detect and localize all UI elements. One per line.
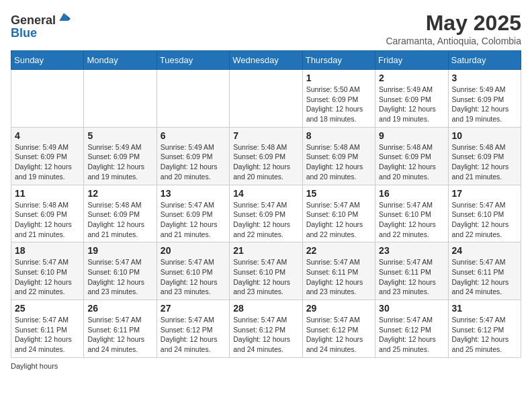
day-info: Sunrise: 5:47 AM Sunset: 6:10 PM Dayligh…	[161, 257, 226, 297]
day-info: Sunrise: 5:47 AM Sunset: 6:11 PM Dayligh…	[306, 257, 371, 297]
calendar-cell: 2Sunrise: 5:49 AM Sunset: 6:09 PM Daylig…	[375, 70, 448, 128]
calendar-cell: 4Sunrise: 5:49 AM Sunset: 6:09 PM Daylig…	[11, 127, 84, 185]
calendar-cell	[11, 70, 84, 128]
calendar-cell: 29Sunrise: 5:47 AM Sunset: 6:12 PM Dayli…	[302, 300, 375, 358]
day-number: 31	[452, 303, 517, 314]
day-number: 1	[306, 73, 371, 83]
day-number: 7	[233, 130, 298, 141]
day-number: 27	[161, 303, 226, 314]
day-info: Sunrise: 5:49 AM Sunset: 6:09 PM Dayligh…	[15, 142, 80, 182]
day-number: 16	[379, 188, 444, 199]
calendar-table: SundayMondayTuesdayWednesdayThursdayFrid…	[11, 50, 521, 358]
calendar-cell: 6Sunrise: 5:49 AM Sunset: 6:09 PM Daylig…	[157, 127, 229, 185]
day-number: 21	[233, 245, 298, 256]
day-number: 19	[87, 245, 152, 256]
day-number: 18	[15, 245, 80, 256]
day-number: 28	[233, 303, 298, 314]
weekday-header: Wednesday	[230, 51, 302, 70]
calendar-cell: 9Sunrise: 5:48 AM Sunset: 6:09 PM Daylig…	[375, 127, 448, 185]
calendar-cell: 24Sunrise: 5:47 AM Sunset: 6:11 PM Dayli…	[448, 242, 521, 300]
calendar-cell: 26Sunrise: 5:47 AM Sunset: 6:11 PM Dayli…	[84, 300, 157, 358]
calendar-cell: 25Sunrise: 5:47 AM Sunset: 6:11 PM Dayli…	[11, 300, 84, 358]
day-info: Sunrise: 5:47 AM Sunset: 6:10 PM Dayligh…	[233, 257, 298, 297]
calendar-cell: 12Sunrise: 5:48 AM Sunset: 6:09 PM Dayli…	[84, 185, 157, 242]
logo-blue: Blue	[11, 26, 37, 40]
calendar-week-row: 25Sunrise: 5:47 AM Sunset: 6:11 PM Dayli…	[11, 300, 521, 358]
day-number: 6	[161, 130, 226, 141]
calendar-cell: 15Sunrise: 5:47 AM Sunset: 6:10 PM Dayli…	[302, 185, 375, 242]
month-title: May 2025	[386, 11, 521, 36]
calendar-cell: 13Sunrise: 5:47 AM Sunset: 6:09 PM Dayli…	[157, 185, 229, 242]
day-number: 17	[452, 188, 517, 199]
calendar-week-row: 4Sunrise: 5:49 AM Sunset: 6:09 PM Daylig…	[11, 127, 521, 185]
day-info: Sunrise: 5:47 AM Sunset: 6:09 PM Dayligh…	[233, 200, 298, 240]
calendar-cell: 5Sunrise: 5:49 AM Sunset: 6:09 PM Daylig…	[84, 127, 157, 185]
day-info: Sunrise: 5:48 AM Sunset: 6:09 PM Dayligh…	[87, 200, 152, 240]
weekday-header: Monday	[84, 51, 157, 70]
day-info: Sunrise: 5:47 AM Sunset: 6:11 PM Dayligh…	[87, 315, 152, 355]
calendar-cell: 27Sunrise: 5:47 AM Sunset: 6:12 PM Dayli…	[157, 300, 229, 358]
calendar-cell: 18Sunrise: 5:47 AM Sunset: 6:10 PM Dayli…	[11, 242, 84, 300]
page-header: General Blue May 2025 Caramanta, Antioqu…	[11, 11, 521, 46]
logo-icon	[57, 11, 71, 24]
day-number: 12	[87, 188, 152, 199]
title-block: May 2025 Caramanta, Antioquia, Colombia	[386, 11, 521, 46]
day-info: Sunrise: 5:47 AM Sunset: 6:10 PM Dayligh…	[306, 200, 371, 240]
calendar-cell: 19Sunrise: 5:47 AM Sunset: 6:10 PM Dayli…	[84, 242, 157, 300]
calendar-cell: 23Sunrise: 5:47 AM Sunset: 6:11 PM Dayli…	[375, 242, 448, 300]
day-info: Sunrise: 5:47 AM Sunset: 6:11 PM Dayligh…	[379, 257, 444, 297]
day-info: Sunrise: 5:47 AM Sunset: 6:11 PM Dayligh…	[15, 315, 80, 355]
day-info: Sunrise: 5:47 AM Sunset: 6:12 PM Dayligh…	[233, 315, 298, 355]
day-info: Sunrise: 5:47 AM Sunset: 6:12 PM Dayligh…	[379, 315, 444, 355]
calendar-cell: 11Sunrise: 5:48 AM Sunset: 6:09 PM Dayli…	[11, 185, 84, 242]
calendar-cell: 21Sunrise: 5:47 AM Sunset: 6:10 PM Dayli…	[230, 242, 302, 300]
day-info: Sunrise: 5:48 AM Sunset: 6:09 PM Dayligh…	[379, 142, 444, 182]
day-number: 26	[87, 303, 152, 314]
calendar-cell: 22Sunrise: 5:47 AM Sunset: 6:11 PM Dayli…	[302, 242, 375, 300]
calendar-cell	[230, 70, 302, 128]
day-number: 2	[379, 73, 444, 83]
calendar-cell: 30Sunrise: 5:47 AM Sunset: 6:12 PM Dayli…	[375, 300, 448, 358]
day-number: 10	[452, 130, 517, 141]
day-info: Sunrise: 5:48 AM Sunset: 6:09 PM Dayligh…	[306, 142, 371, 182]
day-info: Sunrise: 5:47 AM Sunset: 6:09 PM Dayligh…	[161, 200, 226, 240]
weekday-header: Friday	[375, 51, 448, 70]
weekday-header: Saturday	[448, 51, 521, 70]
footer: Daylight hours	[11, 362, 521, 370]
weekday-header: Thursday	[302, 51, 375, 70]
day-number: 25	[15, 303, 80, 314]
day-info: Sunrise: 5:47 AM Sunset: 6:12 PM Dayligh…	[161, 315, 226, 355]
weekday-header-row: SundayMondayTuesdayWednesdayThursdayFrid…	[11, 51, 521, 70]
day-info: Sunrise: 5:47 AM Sunset: 6:10 PM Dayligh…	[15, 257, 80, 297]
calendar-cell: 7Sunrise: 5:48 AM Sunset: 6:09 PM Daylig…	[230, 127, 302, 185]
calendar-cell: 17Sunrise: 5:47 AM Sunset: 6:10 PM Dayli…	[448, 185, 521, 242]
calendar-cell	[84, 70, 157, 128]
day-number: 23	[379, 245, 444, 256]
calendar-cell: 8Sunrise: 5:48 AM Sunset: 6:09 PM Daylig…	[302, 127, 375, 185]
calendar-cell: 20Sunrise: 5:47 AM Sunset: 6:10 PM Dayli…	[157, 242, 229, 300]
day-number: 29	[306, 303, 371, 314]
day-info: Sunrise: 5:48 AM Sunset: 6:09 PM Dayligh…	[452, 142, 517, 182]
footer-text: Daylight hours	[11, 362, 58, 370]
calendar-cell	[157, 70, 229, 128]
calendar-cell: 31Sunrise: 5:47 AM Sunset: 6:12 PM Dayli…	[448, 300, 521, 358]
day-number: 24	[452, 245, 517, 256]
calendar-cell: 1Sunrise: 5:50 AM Sunset: 6:09 PM Daylig…	[302, 70, 375, 128]
day-number: 8	[306, 130, 371, 141]
calendar-week-row: 18Sunrise: 5:47 AM Sunset: 6:10 PM Dayli…	[11, 242, 521, 300]
day-info: Sunrise: 5:47 AM Sunset: 6:11 PM Dayligh…	[452, 257, 517, 297]
day-number: 13	[161, 188, 226, 199]
day-number: 22	[306, 245, 371, 256]
day-info: Sunrise: 5:49 AM Sunset: 6:09 PM Dayligh…	[161, 142, 226, 182]
calendar-cell: 14Sunrise: 5:47 AM Sunset: 6:09 PM Dayli…	[230, 185, 302, 242]
calendar-cell: 28Sunrise: 5:47 AM Sunset: 6:12 PM Dayli…	[230, 300, 302, 358]
day-info: Sunrise: 5:47 AM Sunset: 6:12 PM Dayligh…	[452, 315, 517, 355]
calendar-week-row: 11Sunrise: 5:48 AM Sunset: 6:09 PM Dayli…	[11, 185, 521, 242]
weekday-header: Sunday	[11, 51, 84, 70]
logo-general: General	[11, 13, 56, 27]
day-number: 3	[452, 73, 517, 83]
day-info: Sunrise: 5:48 AM Sunset: 6:09 PM Dayligh…	[233, 142, 298, 182]
location-subtitle: Caramanta, Antioquia, Colombia	[386, 36, 521, 46]
day-info: Sunrise: 5:49 AM Sunset: 6:09 PM Dayligh…	[379, 85, 444, 124]
day-number: 11	[15, 188, 80, 199]
